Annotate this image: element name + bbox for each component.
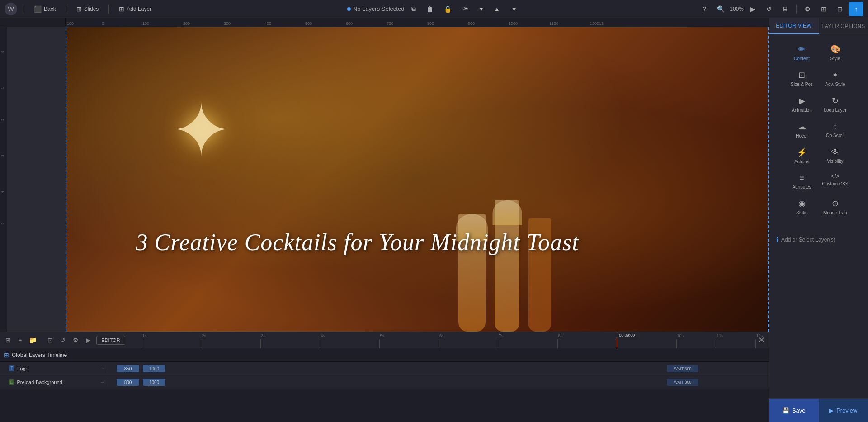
row-track-logo[interactable]: 850 1000 WAIT 300 — [108, 362, 769, 375]
mark-3s: 3s — [260, 332, 267, 348]
mark-6s: 6s — [439, 332, 445, 348]
global-layers-header[interactable]: ⊞ Global Layers Timeline — [0, 348, 769, 362]
play-icon[interactable]: ▶ — [84, 335, 93, 346]
block-wait-bg[interactable]: WAIT 300 — [667, 379, 698, 386]
layer-arrow-bg[interactable]: → — [100, 379, 104, 384]
lock-button[interactable]: 🔒 — [440, 4, 455, 14]
more-button[interactable]: ▾ — [476, 4, 486, 14]
row-track-bg[interactable]: 800 1000 WAIT 300 — [108, 375, 769, 389]
slide-canvas: 3 Creative Cocktails for Your Midnight T… — [66, 27, 769, 332]
actions-icon: ⚡ — [797, 147, 807, 157]
layer-arrow-logo[interactable]: → — [100, 366, 104, 371]
help-button[interactable]: ? — [697, 2, 712, 16]
mark-7s-line — [498, 339, 498, 348]
canvas-viewport[interactable]: 0 1 2 3 4 5 — [0, 27, 769, 332]
timeline-close-button[interactable]: ✕ — [758, 335, 765, 345]
visibility-panel-icon: 👁 — [831, 147, 840, 157]
block-start-logo[interactable]: 850 — [117, 365, 139, 372]
duplicate-button[interactable]: ⧉ — [408, 3, 420, 14]
refresh-icon[interactable]: ↺ — [58, 335, 67, 346]
timeline-list-icon[interactable]: ≡ — [16, 335, 24, 346]
mark-12s-line — [755, 339, 756, 348]
publish-button[interactable]: ↑ — [849, 2, 863, 16]
visibility-button[interactable]: 👁 — [459, 4, 472, 14]
wordpress-icon: W — [8, 5, 14, 13]
preview-button[interactable]: ▶ Preview — [819, 399, 868, 422]
glass-2-top — [492, 200, 522, 225]
slides-button[interactable]: ⊞ Slides — [73, 4, 103, 14]
ruler-mark-500: 500 — [305, 21, 312, 26]
nav-down-button[interactable]: ▼ — [507, 4, 521, 14]
info-icon: ℹ — [776, 236, 778, 243]
panels-button[interactable]: ⊟ — [833, 2, 847, 16]
block-dur-bg[interactable]: 1000 — [143, 379, 165, 386]
block-dur-logo[interactable]: 1000 — [143, 365, 165, 372]
mark-10s-line — [676, 339, 677, 348]
mark-10s: 10s — [676, 332, 685, 348]
global-layers-icon: ⊞ — [4, 351, 9, 359]
option-mouse-trap[interactable]: ⊙ Mouse Trap — [820, 195, 851, 219]
block-wait-logo[interactable]: WAIT 300 — [667, 365, 698, 372]
adv-style-label: Adv. Style — [825, 82, 845, 87]
settings-button[interactable]: ⚙ — [800, 2, 815, 16]
option-attributes[interactable]: ≡ Attributes — [786, 170, 818, 193]
mark-5s-label: 5s — [379, 332, 386, 339]
mark-3s-label: 3s — [260, 332, 267, 339]
mark-11s-label: 11s — [716, 332, 724, 339]
ruler-mark-100: 100 — [142, 21, 149, 26]
option-size-pos[interactable]: ⊡ Size & Pos — [786, 66, 818, 90]
preview-icon: ▶ — [829, 407, 834, 414]
toolbar-center: No Layers Selected ⧉ 🗑 🔒 👁 ▾ ▲ ▼ — [347, 3, 521, 14]
on-scroll-icon: ↕ — [833, 122, 837, 131]
layers-icon[interactable]: ⊞ — [4, 335, 13, 346]
toolbar-separator — [24, 5, 24, 14]
loop-layer-icon: ↻ — [832, 96, 839, 106]
block-start-bg[interactable]: 800 — [117, 379, 139, 386]
settings-icon[interactable]: ⚙ — [71, 335, 80, 346]
ruler-mark-900: 900 — [468, 21, 475, 26]
option-loop-layer[interactable]: ↻ Loop Layer — [820, 92, 851, 116]
undo-button[interactable]: ↺ — [762, 2, 776, 16]
option-style[interactable]: 🎨 Style — [820, 41, 851, 65]
option-static[interactable]: ◉ Static — [786, 195, 818, 219]
ruler-mark-0: 0 — [102, 21, 104, 26]
back-button[interactable]: ⬛ Back — [30, 4, 60, 14]
layer-type-icon-bg: □ — [9, 379, 14, 385]
mark-1s-label: 1s — [142, 332, 148, 339]
attributes-label: Attributes — [792, 185, 811, 190]
mark-5s: 5s — [379, 332, 386, 348]
tab-editor-view[interactable]: EDITOR VIEW — [769, 18, 819, 34]
option-custom-css[interactable]: </> Custom CSS — [820, 170, 851, 193]
pointer-button[interactable]: ▶ — [745, 2, 760, 16]
ruler-track: -100 0 100 200 300 400 500 600 700 800 9… — [66, 18, 769, 27]
star-decoration — [171, 88, 252, 170]
zoom-button[interactable]: 🔍 — [713, 2, 728, 16]
delete-button[interactable]: 🗑 — [423, 4, 437, 14]
tab-layer-options[interactable]: LAYER OPTIONS — [819, 18, 868, 34]
v-mark-1: 1 — [0, 87, 4, 89]
folder-icon[interactable]: 📁 — [27, 335, 38, 346]
timeline-rows: ⊞ Global Layers Timeline T Logo → 850 — [0, 348, 769, 422]
option-visibility[interactable]: 👁 Visibility — [820, 144, 851, 168]
layer-name-logo: Logo — [17, 366, 28, 371]
actions-label: Actions — [794, 159, 809, 164]
save-button[interactable]: 💾 Save — [769, 399, 819, 422]
desktop-button[interactable]: 🖥 — [778, 2, 793, 16]
option-content[interactable]: ✏ Content — [786, 41, 818, 65]
nav-up-button[interactable]: ▲ — [490, 4, 504, 14]
option-on-scroll[interactable]: ↕ On Scroll — [820, 118, 851, 142]
adv-style-icon: ✦ — [832, 70, 839, 80]
mark-5s-line — [379, 339, 380, 348]
grid-button[interactable]: ⊞ — [816, 2, 831, 16]
hover-label: Hover — [796, 133, 808, 138]
option-hover[interactable]: ☁ Hover — [786, 118, 818, 142]
option-animation[interactable]: ▶ Animation — [786, 92, 818, 116]
style-label: Style — [830, 56, 840, 61]
option-actions[interactable]: ⚡ Actions — [786, 144, 818, 168]
static-icon: ◉ — [798, 199, 806, 209]
option-adv-style[interactable]: ✦ Adv. Style — [820, 66, 851, 90]
wait-label-logo: WAIT — [674, 366, 684, 371]
frame-icon[interactable]: ⊡ — [46, 335, 55, 346]
add-layer-button[interactable]: ⊞ Add Layer — [115, 4, 155, 14]
ruler-mark-neg100: -100 — [66, 21, 74, 26]
